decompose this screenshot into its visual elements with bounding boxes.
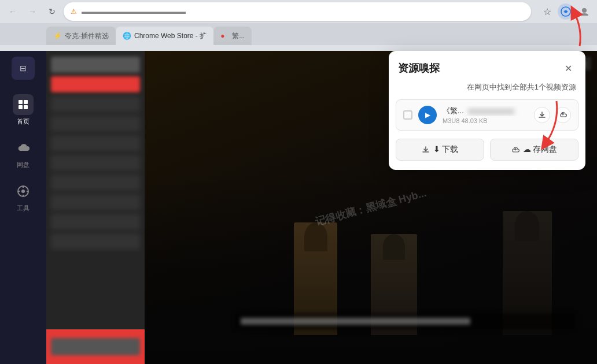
popup-footer: ⬇ 下载 ☁ 存网盘: [389, 131, 585, 161]
panel-item-highlight: [51, 76, 140, 92]
btn-download-icon: [422, 146, 430, 154]
svg-point-2: [582, 8, 587, 13]
panel-item-1: [51, 57, 140, 73]
panel-item-4: [51, 135, 140, 151]
logo-icon: ⊟: [20, 64, 27, 73]
popup-resource-row: ▶ 《繁... M3U8 48.03 KB: [396, 99, 578, 131]
tab-label-chrome: Chrome Web Store - 扩: [134, 31, 207, 41]
extension-button[interactable]: [558, 3, 574, 20]
cloud-icon: [13, 138, 34, 158]
resource-meta: M3U8 48.03 KB: [443, 117, 528, 124]
resource-play-icon: ▶: [425, 111, 430, 119]
profile-button[interactable]: [576, 3, 592, 20]
tab-favicon-chrome: 🌐: [123, 32, 131, 40]
tab-favicon-quark: ⚡: [53, 32, 61, 40]
popup-close-button[interactable]: ✕: [560, 60, 576, 76]
figure-1-head: [304, 222, 327, 251]
profile-icon: [579, 6, 589, 17]
panel-item-5: [51, 155, 140, 171]
download-btn-label: ⬇ 下载: [433, 144, 459, 155]
tab-label-fan: 繁...: [232, 31, 245, 41]
tab-fan[interactable]: ● 繁...: [213, 27, 252, 45]
forward-button[interactable]: →: [24, 3, 40, 20]
resource-name-text: 《繁...: [443, 106, 464, 115]
popup-header: 资源嗅探 ✕: [389, 51, 585, 82]
svg-rect-6: [24, 105, 28, 109]
extension-icon: [561, 6, 571, 17]
nav-bar: ← → ↻ ⚠ ▬▬▬▬▬▬▬▬▬▬▬▬▬▬▬ ☆: [0, 0, 597, 23]
home-icon: [13, 94, 34, 115]
panel-bottom-red: [46, 329, 145, 364]
tab-favicon-fan: ●: [220, 32, 229, 40]
sidebar-item-tools[interactable]: 工具: [13, 181, 34, 213]
popup-title: 资源嗅探: [398, 61, 440, 75]
refresh-button[interactable]: ↻: [44, 3, 60, 20]
tabs-bar: ⚡ 夸克-插件精选 🌐 Chrome Web Store - 扩 ● 繁...: [0, 23, 597, 45]
panel-item-2: [51, 96, 140, 112]
svg-point-8: [21, 190, 25, 193]
sidebar-logo: ⊟: [12, 57, 35, 80]
resource-info: 《繁... M3U8 48.03 KB: [443, 106, 528, 124]
back-button[interactable]: ←: [5, 3, 21, 20]
subtitle-bar: [235, 313, 574, 329]
sidebar-item-home[interactable]: 首页: [13, 94, 34, 126]
resource-cloud-btn[interactable]: [555, 107, 571, 123]
svg-point-1: [565, 10, 567, 13]
toolbar-icons: ☆: [539, 3, 592, 20]
address-bar[interactable]: ⚠ ▬▬▬▬▬▬▬▬▬▬▬▬▬▬▬: [64, 2, 531, 21]
warning-icon: ⚠: [71, 8, 77, 16]
tab-quark[interactable]: ⚡ 夸克-插件精选: [46, 27, 116, 45]
tab-label-quark: 夸克-插件精选: [65, 31, 109, 41]
download-button[interactable]: ⬇ 下载: [396, 139, 484, 161]
cloud-save-button[interactable]: ☁ 存网盘: [490, 139, 578, 161]
sidebar-label-home: 首页: [17, 117, 30, 126]
panel-item-6: [51, 174, 140, 191]
figure-3-head: [515, 211, 539, 241]
figure-2-head: [383, 234, 405, 260]
cloud-btn-label: ☁ 存网盘: [523, 144, 558, 155]
resource-download-btn[interactable]: [534, 107, 550, 123]
sidebar-label-tools: 工具: [17, 204, 30, 213]
tools-icon: [13, 181, 34, 202]
resource-icon: ▶: [418, 106, 437, 124]
cloud-upload-icon: [559, 111, 567, 119]
resource-actions: [534, 107, 571, 123]
btn-cloud-icon: [511, 146, 519, 154]
popup-subtitle: 在网页中找到全部共1个视频资源: [389, 82, 585, 99]
panel-item-7: [51, 194, 140, 210]
panel-item-8: [51, 214, 140, 230]
panel-item-9: [51, 233, 140, 250]
address-text: ▬▬▬▬▬▬▬▬▬▬▬▬▬▬▬: [82, 8, 524, 16]
tab-chrome-store[interactable]: 🌐 Chrome Web Store - 扩: [116, 27, 213, 45]
sidebar-label-cloud: 网盘: [17, 161, 30, 169]
sidebar-item-cloud[interactable]: 网盘: [13, 138, 34, 169]
resource-name: 《繁...: [443, 106, 528, 116]
svg-rect-3: [19, 100, 23, 104]
svg-rect-5: [19, 105, 23, 109]
panel-item-3: [51, 116, 140, 132]
left-panel: [46, 51, 145, 364]
sidebar: ⊟ 首页 网盘: [0, 51, 46, 364]
resource-name-blur: [468, 109, 514, 114]
resource-checkbox[interactable]: [403, 110, 412, 120]
bookmark-button[interactable]: ☆: [539, 3, 555, 20]
browser-chrome: ← → ↻ ⚠ ▬▬▬▬▬▬▬▬▬▬▬▬▬▬▬ ☆: [0, 0, 597, 51]
download-icon: [538, 111, 546, 119]
popup-panel: 资源嗅探 ✕ 在网页中找到全部共1个视频资源 ▶ 《繁... M3U8 48.0…: [389, 51, 585, 170]
svg-rect-4: [24, 100, 28, 104]
